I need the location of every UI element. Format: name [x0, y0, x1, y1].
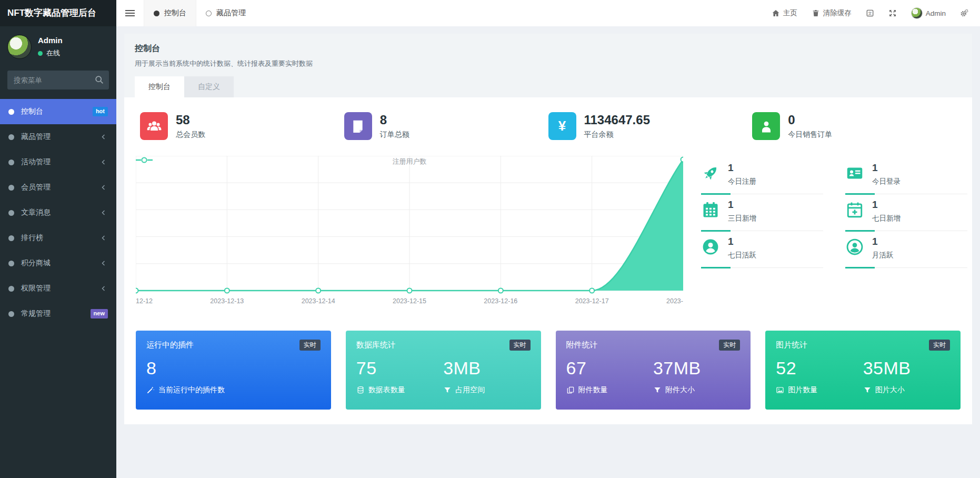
sidebar-item-ranking[interactable]: 排行榜	[0, 225, 116, 251]
user-menu[interactable]: Admin	[911, 7, 946, 19]
stats-row: 58 总会员数 8 订单总额	[136, 103, 961, 142]
svg-text:2023-12-15: 2023-12-15	[393, 297, 426, 305]
circle-icon	[8, 311, 14, 317]
users-icon	[140, 112, 168, 140]
divider	[701, 267, 823, 268]
sidebar-search	[7, 71, 109, 89]
sidebar-menu: 控制台 hot 藏品管理 活动管理 会员管理 文章消息 排行榜	[0, 99, 116, 478]
stat-value: 8	[380, 113, 409, 127]
realtime-badge: 实时	[929, 340, 950, 351]
svg-text:2023-12-18: 2023-12-18	[666, 297, 683, 305]
mini-stat-7day-new: 1 七日新增	[845, 195, 967, 232]
mini-stat-today-login: 1 今日登录	[845, 158, 967, 195]
topbar-tab-collections[interactable]: 藏品管理	[196, 0, 255, 26]
stat-label: 平台余额	[584, 130, 650, 140]
wand-icon	[146, 386, 155, 394]
settings-button[interactable]	[960, 9, 968, 17]
divider	[845, 193, 967, 195]
info-card-plugins: 运行中的插件 实时 8 当前运行中的插件数	[136, 331, 331, 410]
sidebar-item-label: 常规管理	[21, 309, 51, 318]
area-chart: 2023-12-122023-12-132023-12-142023-12-15…	[136, 156, 683, 315]
chevron-left-icon	[99, 208, 108, 217]
avatar	[911, 7, 923, 19]
home-icon	[772, 9, 780, 17]
sidebar-item-label: 会员管理	[21, 183, 51, 192]
svg-text:2023-12-17: 2023-12-17	[575, 297, 609, 305]
stat-today-sales: 0 今日销售订单	[752, 112, 956, 140]
online-dot-icon	[38, 51, 43, 56]
stat-total-members: 58 总会员数	[140, 112, 344, 140]
topbar-tab-label: 控制台	[164, 8, 186, 18]
avatar[interactable]	[7, 35, 32, 59]
sidebar-item-label: 文章消息	[21, 208, 51, 217]
circle-icon	[8, 235, 14, 241]
calendar-plus-icon	[845, 201, 864, 220]
info-card-images: 图片统计 实时 52 图片数量	[765, 331, 961, 410]
page-header: 控制台 用于展示当前系统中的统计数据、统计报表及重要实时数据 控制台 自定义	[124, 34, 972, 97]
tab-dashboard[interactable]: 控制台	[135, 76, 184, 97]
svg-text:2023-12-13: 2023-12-13	[210, 297, 244, 305]
expand-icon	[888, 9, 897, 17]
hot-badge: hot	[93, 107, 108, 116]
chevron-left-icon	[99, 259, 108, 267]
sidebar-item-permissions[interactable]: 权限管理	[0, 276, 116, 301]
content-area: 控制台 用于展示当前系统中的统计数据、统计报表及重要实时数据 控制台 自定义 5…	[116, 26, 980, 478]
circle-icon	[8, 134, 14, 140]
sidebar-item-dashboard[interactable]: 控制台 hot	[0, 99, 116, 124]
hamburger-icon[interactable]	[116, 0, 144, 26]
topbar: 控制台 藏品管理 主页 清除缓存 文 Admin	[116, 0, 980, 26]
app-title: NFT数字藏品管理后台	[0, 0, 116, 26]
info-card-attachments: 附件统计 实时 67 附件数量	[556, 331, 751, 410]
language-button[interactable]: 文	[866, 9, 874, 17]
chevron-left-icon	[99, 183, 108, 192]
sidebar-item-collections[interactable]: 藏品管理	[0, 124, 116, 150]
sidebar-item-members[interactable]: 会员管理	[0, 175, 116, 200]
search-icon[interactable]	[94, 75, 104, 85]
sidebar-item-articles[interactable]: 文章消息	[0, 200, 116, 225]
info-cards-row: 运行中的插件 实时 8 当前运行中的插件数	[136, 331, 961, 410]
trash-icon	[812, 9, 820, 17]
user-panel: Admin 在线	[0, 26, 116, 64]
sidebar-item-label: 藏品管理	[21, 132, 51, 142]
clear-cache-button[interactable]: 清除缓存	[812, 8, 852, 18]
chevron-left-icon	[99, 133, 108, 141]
yen-icon: ¥	[548, 112, 576, 140]
user-circle-outline-icon	[845, 237, 864, 256]
filter-icon	[443, 386, 452, 394]
chevron-left-icon	[99, 284, 108, 293]
translate-icon: 文	[866, 9, 874, 17]
sidebar-item-general[interactable]: 常规管理 new	[0, 301, 116, 326]
database-icon	[356, 386, 365, 394]
divider	[845, 230, 967, 232]
file-icon	[344, 112, 372, 140]
circle-icon	[8, 185, 14, 191]
info-card-database: 数据库统计 实时 75 数据表数量	[346, 331, 541, 410]
svg-text:2023-12-16: 2023-12-16	[484, 297, 517, 305]
image-icon	[776, 386, 784, 394]
topbar-tab-dashboard[interactable]: 控制台	[144, 0, 196, 26]
user-status: 在线	[46, 48, 60, 58]
topbar-username: Admin	[926, 9, 946, 17]
sidebar-item-activities[interactable]: 活动管理	[0, 150, 116, 175]
tab-custom[interactable]: 自定义	[184, 76, 234, 97]
circle-icon	[8, 210, 14, 216]
home-button[interactable]: 主页	[772, 8, 797, 18]
sidebar-item-points-mall[interactable]: 积分商城	[0, 251, 116, 276]
user-name: Admin	[38, 36, 63, 45]
realtime-badge: 实时	[509, 340, 531, 351]
realtime-badge: 实时	[299, 340, 321, 351]
registered-users-chart: 2023-12-122023-12-132023-12-142023-12-15…	[136, 156, 683, 315]
rocket-icon	[701, 164, 720, 183]
circle-icon	[8, 261, 14, 266]
gears-icon	[960, 9, 968, 17]
page-title: 控制台	[135, 43, 962, 54]
sidebar-item-label: 积分商城	[21, 258, 51, 268]
circle-icon	[8, 160, 14, 165]
circle-icon	[8, 286, 14, 292]
calendar-icon	[701, 201, 720, 220]
fullscreen-button[interactable]	[888, 9, 897, 17]
mini-stat-today-register: 1 今日注册	[701, 158, 823, 195]
new-badge: new	[91, 309, 108, 318]
sidebar-item-label: 活动管理	[21, 157, 51, 167]
svg-text:2023-12-12: 2023-12-12	[136, 297, 153, 305]
